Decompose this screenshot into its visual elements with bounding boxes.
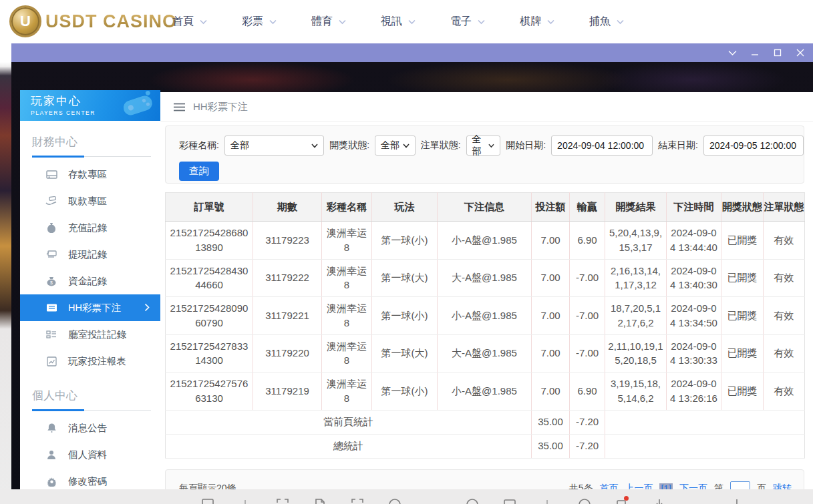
table-row: 2152172542783314300 31179220 澳洲幸运8 第一球(大… xyxy=(166,334,805,372)
page-header: HH彩票下注 xyxy=(160,92,813,122)
sidebar-item-label: 資金記錄 xyxy=(68,275,107,288)
cell-draw-result: 2,11,10,19,15,20,18,5 xyxy=(605,334,667,372)
cell-period: 31179221 xyxy=(253,297,322,335)
report-chart-icon xyxy=(45,356,57,366)
window-minimize-icon[interactable] xyxy=(750,48,760,57)
plus-icon[interactable] xyxy=(238,497,253,504)
bets-table: 訂單號 期數 彩種名稱 玩法 下注信息 投注額 輸贏 開獎結果 下注時間 開獎狀… xyxy=(165,192,805,459)
cell-bet-amount: 7.00 xyxy=(532,372,570,411)
sidebar-item-deposit[interactable]: 存款專區 xyxy=(20,161,160,188)
cell-draw-status: 已開獎 xyxy=(721,222,764,260)
cell-lottery-name: 澳洲幸运8 xyxy=(322,372,372,411)
deposit-terminal-icon xyxy=(45,170,57,180)
cell-play-type: 第一球(小) xyxy=(372,372,438,411)
nav-item-lottery[interactable]: 彩票 xyxy=(242,15,277,29)
chevron-down-icon xyxy=(339,19,346,25)
window-controls xyxy=(727,43,805,62)
window-maximize-icon[interactable] xyxy=(773,48,782,57)
nav-item-chess[interactable]: 棋牌 xyxy=(520,15,554,29)
sidebar-item-player-bet-report[interactable]: 玩家投注報表 xyxy=(20,348,160,374)
col-draw-status: 開獎狀態 xyxy=(721,193,764,222)
col-win-loss: 輸贏 xyxy=(570,193,605,222)
page-background-edge xyxy=(0,43,11,504)
notification-pen-icon[interactable] xyxy=(615,497,629,504)
clock-icon[interactable] xyxy=(387,497,402,504)
summary-label: 當前頁統計 xyxy=(166,410,532,434)
nav-item-fishing[interactable]: 捕魚 xyxy=(589,15,624,29)
table-header-row: 訂單號 期數 彩種名稱 玩法 下注信息 投注額 輸贏 開獎結果 下注時間 開獎狀… xyxy=(166,193,805,222)
sidebar-item-withdrawal-record[interactable]: 提現記錄 xyxy=(20,241,160,268)
cursor-icon[interactable] xyxy=(729,497,744,504)
record-icon[interactable] xyxy=(577,497,592,504)
cell-lottery-name: 澳洲幸运8 xyxy=(322,334,372,372)
window-chevron-down-icon[interactable] xyxy=(727,48,737,57)
nav-label: 首頁 xyxy=(172,15,194,29)
cell-win-loss: -7.00 xyxy=(570,259,605,297)
cell-order-status: 有效 xyxy=(764,372,805,411)
cell-order-id: 2152172542757663130 xyxy=(166,372,253,411)
filter-panel: 彩種名稱: 全部 開獎狀態: 全部 注單狀態: 全部 開始 xyxy=(165,125,804,184)
sidebar-item-hall-bet-records[interactable]: 廳室投註記錄 xyxy=(20,321,160,348)
col-bet-info: 下注信息 xyxy=(438,193,532,222)
window-close-icon[interactable] xyxy=(796,48,805,57)
nav-item-home[interactable]: 首頁 xyxy=(172,15,207,29)
logo-coin-icon: U xyxy=(9,5,41,37)
order-status-select[interactable]: 全部 xyxy=(466,136,501,156)
cell-win-loss: 6.90 xyxy=(570,372,605,411)
document-icon[interactable] xyxy=(313,497,327,504)
sidebar-item-notices[interactable]: 消息公告 xyxy=(20,415,160,441)
cell-period: 31179219 xyxy=(253,372,322,411)
col-draw-result: 開獎結果 xyxy=(605,193,667,222)
selection-brackets-icon[interactable] xyxy=(350,497,365,504)
sidebar-item-hh-lottery-bets[interactable]: HH彩票下注 xyxy=(20,294,160,321)
gear-icon xyxy=(45,477,57,487)
sidebar-item-profile[interactable]: 個人資料 xyxy=(20,441,160,468)
chevron-down-icon xyxy=(269,19,277,25)
table-row: 2152172542868013890 31179223 澳洲幸运8 第一球(小… xyxy=(166,222,805,260)
current-page-summary-row: 當前頁統計 35.00 -7.20 xyxy=(166,410,805,434)
search-button[interactable]: 查詢 xyxy=(179,162,219,181)
display-icon[interactable] xyxy=(502,497,517,504)
table-row: 2152172542757663130 31179219 澳洲幸运8 第一球(小… xyxy=(166,372,805,411)
nav-item-live-video[interactable]: 視訊 xyxy=(381,15,416,29)
end-date-input[interactable] xyxy=(703,136,804,156)
sidebar-item-funds-record[interactable]: $ 資金記錄 xyxy=(20,268,160,294)
section-divider xyxy=(32,409,151,411)
circle-icon[interactable] xyxy=(465,497,480,504)
cell-bet-info: 小-A盤@1.985 xyxy=(438,372,532,411)
sidebar-item-label: 個人資料 xyxy=(68,449,107,461)
section-title-finance: 財務中心 xyxy=(20,121,160,155)
cell-period: 31179220 xyxy=(253,334,322,372)
cell-bet-amount: 7.00 xyxy=(532,334,570,372)
cell-draw-status: 已開獎 xyxy=(721,334,764,372)
select-chevron-icon xyxy=(403,144,410,148)
hamburger-menu-icon[interactable] xyxy=(174,103,185,111)
monitor-icon[interactable] xyxy=(200,497,215,504)
person-icon xyxy=(45,450,57,460)
crop-brackets-icon[interactable] xyxy=(275,497,290,504)
cell-draw-result: 18,7,20,5,12,17,6,2 xyxy=(605,297,667,335)
draw-status-select[interactable]: 全部 xyxy=(375,136,416,156)
cell-order-id: 2152172542868013890 xyxy=(166,222,253,260)
summary-win-loss-total: -7.20 xyxy=(570,410,605,434)
sidebar-item-withdraw[interactable]: 取款專區 xyxy=(20,188,160,214)
nav-item-sports[interactable]: 體育 xyxy=(311,15,346,29)
sidebar-item-label: 玩家投注報表 xyxy=(68,355,126,368)
add-icon[interactable] xyxy=(540,497,554,504)
banknote-out-icon xyxy=(45,250,57,259)
sidebar-item-recharge-record[interactable]: 充值記錄 xyxy=(20,214,160,241)
col-order-status: 注單狀態 xyxy=(764,193,805,222)
summary-label: 總統計 xyxy=(166,434,532,458)
sidebar-item-label: 提現記錄 xyxy=(68,248,107,261)
download-icon[interactable] xyxy=(652,497,667,504)
cell-play-type: 第一球(大) xyxy=(372,334,438,372)
nav-item-slots[interactable]: 電子 xyxy=(450,15,485,29)
window-titlebar[interactable] xyxy=(11,43,813,62)
cell-draw-status: 已開獎 xyxy=(721,259,764,297)
lottery-name-select[interactable]: 全部 xyxy=(224,136,324,156)
cell-play-type: 第一球(小) xyxy=(372,297,438,335)
cell-bet-info: 大-A盤@1.985 xyxy=(438,259,532,297)
start-date-label: 開始日期: xyxy=(506,140,546,152)
site-logo[interactable]: U USDT CASINO xyxy=(9,5,177,37)
start-date-input[interactable] xyxy=(551,136,653,156)
